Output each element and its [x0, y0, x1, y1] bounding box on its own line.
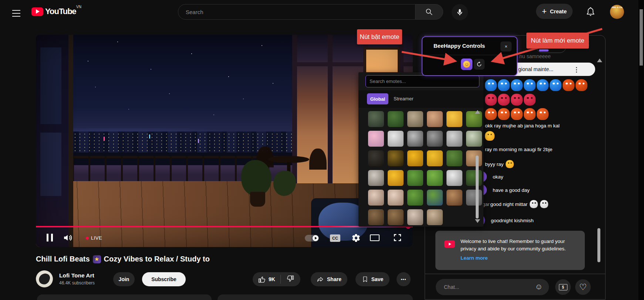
theater-mode-button[interactable] [370, 234, 380, 241]
search-button[interactable] [415, 4, 443, 20]
page-scrollbar[interactable] [638, 0, 644, 300]
subscribe-button[interactable]: Subscribe [142, 272, 186, 286]
pause-button[interactable] [47, 234, 55, 243]
emote-streamer-man[interactable] [407, 209, 423, 225]
like-button[interactable]: 9K [253, 276, 280, 283]
superchat-button[interactable]: $ [555, 279, 571, 295]
account-avatar[interactable]: THIS IS FIN [610, 5, 624, 19]
chat-scroll-up-icon[interactable] [597, 59, 602, 62]
search-input[interactable] [178, 4, 415, 20]
share-button[interactable]: Share [311, 272, 347, 286]
emote-grumpy-cat[interactable] [427, 209, 443, 225]
plus-icon: + [542, 7, 547, 16]
emote-search-input[interactable] [365, 75, 479, 87]
emote-crocodile[interactable] [388, 111, 404, 127]
chat-message[interactable]: byyy ray [485, 160, 514, 168]
chat-message[interactable]: have a good day [476, 184, 530, 196]
emote-man-face[interactable] [427, 111, 443, 127]
heart-reaction-button[interactable]: ♡ [575, 279, 591, 295]
description-box[interactable] [37, 294, 212, 300]
emote-trollface[interactable] [388, 131, 404, 147]
chat-emote-row [485, 79, 587, 91]
emote-pepe[interactable] [407, 170, 423, 186]
emote-frog[interactable] [446, 150, 462, 166]
emote-laugh-emoji-2[interactable] [388, 170, 404, 186]
subscriber-count: 46.4K subscribers [59, 280, 95, 286]
channel-name[interactable]: Lofi Tone Art [59, 272, 94, 279]
youtube-logo[interactable]: YouTube [31, 7, 76, 16]
chat-input[interactable] [436, 279, 549, 295]
emote-scroll-up-icon[interactable] [475, 110, 480, 114]
emote-gloves[interactable] [446, 170, 462, 186]
emote-gold-smiley[interactable] [407, 150, 423, 166]
chat-emote-blue [498, 79, 510, 91]
dislike-button[interactable] [281, 275, 300, 284]
video-progress-bar[interactable] [36, 226, 413, 227]
emote-gray-room[interactable] [466, 190, 482, 206]
emote-anime-girl[interactable] [368, 131, 384, 147]
notifications-button[interactable] [586, 6, 596, 18]
save-button[interactable]: Save [355, 272, 390, 286]
comments-box[interactable] [218, 294, 413, 300]
beehappy-close-button[interactable]: × [500, 41, 512, 51]
emote-smudge-cat[interactable] [368, 111, 384, 127]
emote-duck[interactable] [427, 150, 443, 166]
emote-pale-face[interactable] [368, 190, 384, 206]
emote-monkey-2[interactable] [388, 209, 404, 225]
emote-monkey[interactable] [368, 209, 384, 225]
page-scrollbar-thumb[interactable] [640, 9, 643, 66]
emote-black-cat[interactable] [368, 150, 384, 166]
chat-emote-orangeB [498, 108, 510, 120]
video-player[interactable]: LIVE CC [36, 35, 413, 247]
emote-mustache-man[interactable] [466, 150, 482, 166]
join-button[interactable]: Join [113, 272, 135, 286]
chat-message-text: good night mittar [490, 201, 528, 207]
settings-button[interactable] [351, 233, 361, 244]
chat-emote-orangeB [511, 108, 523, 120]
chat-emote-orangeB [524, 108, 536, 120]
emote-toggle-button[interactable]: ☺ [461, 59, 472, 70]
emote-bw-face[interactable] [407, 131, 423, 147]
chat-message[interactable]: okk ray mujhe ab jana hoga m kal [485, 123, 560, 142]
emote-pale-face-2[interactable] [388, 190, 404, 206]
learn-more-link[interactable]: Learn more [461, 255, 488, 261]
emote-mask-face[interactable] [446, 131, 462, 147]
volume-button[interactable] [63, 233, 74, 244]
chat-scrollbar-thumb[interactable] [597, 228, 600, 262]
more-actions-button[interactable]: ••• [397, 272, 411, 286]
chat-message[interactable]: ray m morning m aaugi fir 2bje [485, 147, 552, 152]
emoji-picker-icon[interactable]: ☺ [535, 282, 543, 291]
emote-frog-suit[interactable] [466, 170, 482, 186]
chat-message[interactable]: gargood night mittar [482, 200, 548, 208]
emote-old-man[interactable] [368, 170, 384, 186]
voice-search-button[interactable] [452, 4, 468, 20]
autoplay-toggle[interactable] [305, 235, 319, 241]
emote-laughing-emoji[interactable] [446, 111, 462, 127]
tab-streamer[interactable]: Streamer [394, 96, 413, 101]
create-button[interactable]: + Create [536, 4, 573, 19]
share-label: Share [327, 276, 341, 282]
emote-scrollbar-thumb[interactable] [476, 156, 479, 219]
fullscreen-button[interactable] [393, 233, 402, 244]
emote-pepe-glasses[interactable] [407, 190, 423, 206]
live-indicator[interactable]: LIVE [91, 235, 102, 241]
fullscreen-icon [393, 233, 402, 242]
emote-hand-item[interactable] [446, 190, 462, 206]
tab-global[interactable]: Global [367, 93, 388, 104]
emote-scroll-down-icon[interactable] [475, 219, 480, 223]
emote-bw-man[interactable] [427, 131, 443, 147]
channel-avatar[interactable] [36, 270, 53, 287]
emote-frog-blue[interactable] [427, 190, 443, 206]
chat-emote-row [485, 108, 549, 120]
pinned-menu-icon[interactable] [576, 66, 577, 74]
create-label: Create [550, 9, 567, 14]
emote-pepe-knife[interactable] [466, 131, 482, 147]
emote-gold-dark[interactable] [388, 150, 404, 166]
emote-froge[interactable] [427, 170, 443, 186]
emote-dog-phone[interactable] [407, 111, 423, 127]
hamburger-menu-icon[interactable] [12, 8, 20, 19]
heart-icon: ♡ [579, 283, 587, 291]
subtitles-button[interactable]: CC [330, 234, 340, 242]
emote-refresh-button[interactable] [474, 59, 485, 70]
region-label: VN [76, 5, 81, 9]
